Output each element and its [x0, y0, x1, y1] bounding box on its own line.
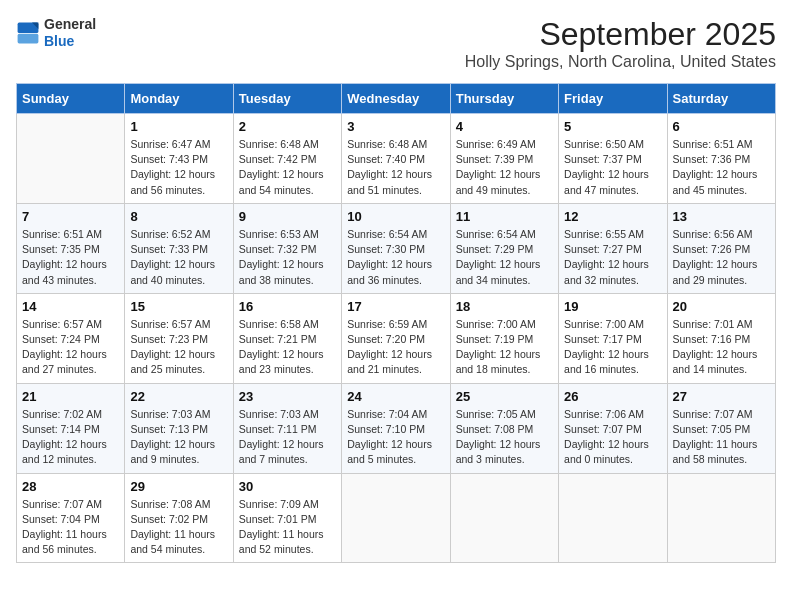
- day-info: Sunrise: 7:03 AMSunset: 7:11 PMDaylight:…: [239, 407, 336, 468]
- day-info: Sunrise: 7:00 AMSunset: 7:19 PMDaylight:…: [456, 317, 553, 378]
- day-number: 19: [564, 299, 661, 314]
- day-number: 3: [347, 119, 444, 134]
- calendar-cell: 9Sunrise: 6:53 AMSunset: 7:32 PMDaylight…: [233, 203, 341, 293]
- calendar-cell: [450, 473, 558, 563]
- calendar-cell: 15Sunrise: 6:57 AMSunset: 7:23 PMDayligh…: [125, 293, 233, 383]
- day-number: 26: [564, 389, 661, 404]
- calendar-week-row: 7Sunrise: 6:51 AMSunset: 7:35 PMDaylight…: [17, 203, 776, 293]
- calendar-cell: 20Sunrise: 7:01 AMSunset: 7:16 PMDayligh…: [667, 293, 775, 383]
- day-number: 5: [564, 119, 661, 134]
- day-info: Sunrise: 6:51 AMSunset: 7:35 PMDaylight:…: [22, 227, 119, 288]
- day-info: Sunrise: 7:00 AMSunset: 7:17 PMDaylight:…: [564, 317, 661, 378]
- day-info: Sunrise: 6:50 AMSunset: 7:37 PMDaylight:…: [564, 137, 661, 198]
- logo-general-text: General: [44, 16, 96, 33]
- calendar-cell: 29Sunrise: 7:08 AMSunset: 7:02 PMDayligh…: [125, 473, 233, 563]
- day-info: Sunrise: 6:54 AMSunset: 7:30 PMDaylight:…: [347, 227, 444, 288]
- calendar-cell: 16Sunrise: 6:58 AMSunset: 7:21 PMDayligh…: [233, 293, 341, 383]
- calendar-cell: 25Sunrise: 7:05 AMSunset: 7:08 PMDayligh…: [450, 383, 558, 473]
- weekday-header-thursday: Thursday: [450, 84, 558, 114]
- calendar-cell: 11Sunrise: 6:54 AMSunset: 7:29 PMDayligh…: [450, 203, 558, 293]
- title-area: September 2025 Holly Springs, North Caro…: [465, 16, 776, 71]
- day-info: Sunrise: 6:53 AMSunset: 7:32 PMDaylight:…: [239, 227, 336, 288]
- calendar-cell: 10Sunrise: 6:54 AMSunset: 7:30 PMDayligh…: [342, 203, 450, 293]
- day-info: Sunrise: 6:59 AMSunset: 7:20 PMDaylight:…: [347, 317, 444, 378]
- day-info: Sunrise: 7:02 AMSunset: 7:14 PMDaylight:…: [22, 407, 119, 468]
- day-info: Sunrise: 6:57 AMSunset: 7:23 PMDaylight:…: [130, 317, 227, 378]
- header: General Blue September 2025 Holly Spring…: [16, 16, 776, 71]
- day-number: 23: [239, 389, 336, 404]
- day-number: 24: [347, 389, 444, 404]
- location-title: Holly Springs, North Carolina, United St…: [465, 53, 776, 71]
- day-info: Sunrise: 7:03 AMSunset: 7:13 PMDaylight:…: [130, 407, 227, 468]
- day-number: 30: [239, 479, 336, 494]
- calendar-cell: 21Sunrise: 7:02 AMSunset: 7:14 PMDayligh…: [17, 383, 125, 473]
- day-number: 1: [130, 119, 227, 134]
- day-number: 15: [130, 299, 227, 314]
- day-number: 27: [673, 389, 770, 404]
- logo-icon: [16, 21, 40, 45]
- day-info: Sunrise: 6:48 AMSunset: 7:42 PMDaylight:…: [239, 137, 336, 198]
- calendar-cell: 19Sunrise: 7:00 AMSunset: 7:17 PMDayligh…: [559, 293, 667, 383]
- day-info: Sunrise: 7:07 AMSunset: 7:04 PMDaylight:…: [22, 497, 119, 558]
- calendar-cell: 4Sunrise: 6:49 AMSunset: 7:39 PMDaylight…: [450, 114, 558, 204]
- day-info: Sunrise: 6:49 AMSunset: 7:39 PMDaylight:…: [456, 137, 553, 198]
- day-number: 12: [564, 209, 661, 224]
- day-number: 7: [22, 209, 119, 224]
- calendar-cell: [667, 473, 775, 563]
- calendar-cell: 7Sunrise: 6:51 AMSunset: 7:35 PMDaylight…: [17, 203, 125, 293]
- calendar-cell: 28Sunrise: 7:07 AMSunset: 7:04 PMDayligh…: [17, 473, 125, 563]
- calendar-cell: 26Sunrise: 7:06 AMSunset: 7:07 PMDayligh…: [559, 383, 667, 473]
- day-info: Sunrise: 6:47 AMSunset: 7:43 PMDaylight:…: [130, 137, 227, 198]
- calendar-cell: [342, 473, 450, 563]
- day-info: Sunrise: 6:51 AMSunset: 7:36 PMDaylight:…: [673, 137, 770, 198]
- day-number: 13: [673, 209, 770, 224]
- logo: General Blue: [16, 16, 96, 50]
- calendar-cell: 24Sunrise: 7:04 AMSunset: 7:10 PMDayligh…: [342, 383, 450, 473]
- calendar-week-row: 28Sunrise: 7:07 AMSunset: 7:04 PMDayligh…: [17, 473, 776, 563]
- calendar-cell: [559, 473, 667, 563]
- day-number: 17: [347, 299, 444, 314]
- weekday-header-wednesday: Wednesday: [342, 84, 450, 114]
- weekday-header-tuesday: Tuesday: [233, 84, 341, 114]
- day-info: Sunrise: 6:57 AMSunset: 7:24 PMDaylight:…: [22, 317, 119, 378]
- calendar-cell: 5Sunrise: 6:50 AMSunset: 7:37 PMDaylight…: [559, 114, 667, 204]
- day-number: 25: [456, 389, 553, 404]
- day-info: Sunrise: 7:05 AMSunset: 7:08 PMDaylight:…: [456, 407, 553, 468]
- calendar-cell: 3Sunrise: 6:48 AMSunset: 7:40 PMDaylight…: [342, 114, 450, 204]
- day-info: Sunrise: 7:06 AMSunset: 7:07 PMDaylight:…: [564, 407, 661, 468]
- calendar-cell: 18Sunrise: 7:00 AMSunset: 7:19 PMDayligh…: [450, 293, 558, 383]
- day-number: 10: [347, 209, 444, 224]
- calendar-cell: 6Sunrise: 6:51 AMSunset: 7:36 PMDaylight…: [667, 114, 775, 204]
- calendar-week-row: 21Sunrise: 7:02 AMSunset: 7:14 PMDayligh…: [17, 383, 776, 473]
- calendar-week-row: 14Sunrise: 6:57 AMSunset: 7:24 PMDayligh…: [17, 293, 776, 383]
- day-info: Sunrise: 6:52 AMSunset: 7:33 PMDaylight:…: [130, 227, 227, 288]
- day-info: Sunrise: 7:04 AMSunset: 7:10 PMDaylight:…: [347, 407, 444, 468]
- day-number: 16: [239, 299, 336, 314]
- day-info: Sunrise: 6:58 AMSunset: 7:21 PMDaylight:…: [239, 317, 336, 378]
- calendar-cell: 23Sunrise: 7:03 AMSunset: 7:11 PMDayligh…: [233, 383, 341, 473]
- calendar-table: SundayMondayTuesdayWednesdayThursdayFrid…: [16, 83, 776, 563]
- calendar-cell: 1Sunrise: 6:47 AMSunset: 7:43 PMDaylight…: [125, 114, 233, 204]
- day-info: Sunrise: 7:01 AMSunset: 7:16 PMDaylight:…: [673, 317, 770, 378]
- day-number: 2: [239, 119, 336, 134]
- calendar-cell: 14Sunrise: 6:57 AMSunset: 7:24 PMDayligh…: [17, 293, 125, 383]
- calendar-cell: [17, 114, 125, 204]
- day-info: Sunrise: 6:55 AMSunset: 7:27 PMDaylight:…: [564, 227, 661, 288]
- day-number: 20: [673, 299, 770, 314]
- day-number: 6: [673, 119, 770, 134]
- weekday-header-sunday: Sunday: [17, 84, 125, 114]
- day-info: Sunrise: 7:08 AMSunset: 7:02 PMDaylight:…: [130, 497, 227, 558]
- day-number: 18: [456, 299, 553, 314]
- calendar-header: SundayMondayTuesdayWednesdayThursdayFrid…: [17, 84, 776, 114]
- svg-rect-1: [18, 34, 39, 44]
- calendar-cell: 13Sunrise: 6:56 AMSunset: 7:26 PMDayligh…: [667, 203, 775, 293]
- weekday-header-friday: Friday: [559, 84, 667, 114]
- calendar-week-row: 1Sunrise: 6:47 AMSunset: 7:43 PMDaylight…: [17, 114, 776, 204]
- month-title: September 2025: [465, 16, 776, 53]
- day-info: Sunrise: 6:48 AMSunset: 7:40 PMDaylight:…: [347, 137, 444, 198]
- day-info: Sunrise: 6:56 AMSunset: 7:26 PMDaylight:…: [673, 227, 770, 288]
- calendar-cell: 27Sunrise: 7:07 AMSunset: 7:05 PMDayligh…: [667, 383, 775, 473]
- day-number: 28: [22, 479, 119, 494]
- calendar-cell: 30Sunrise: 7:09 AMSunset: 7:01 PMDayligh…: [233, 473, 341, 563]
- calendar-cell: 22Sunrise: 7:03 AMSunset: 7:13 PMDayligh…: [125, 383, 233, 473]
